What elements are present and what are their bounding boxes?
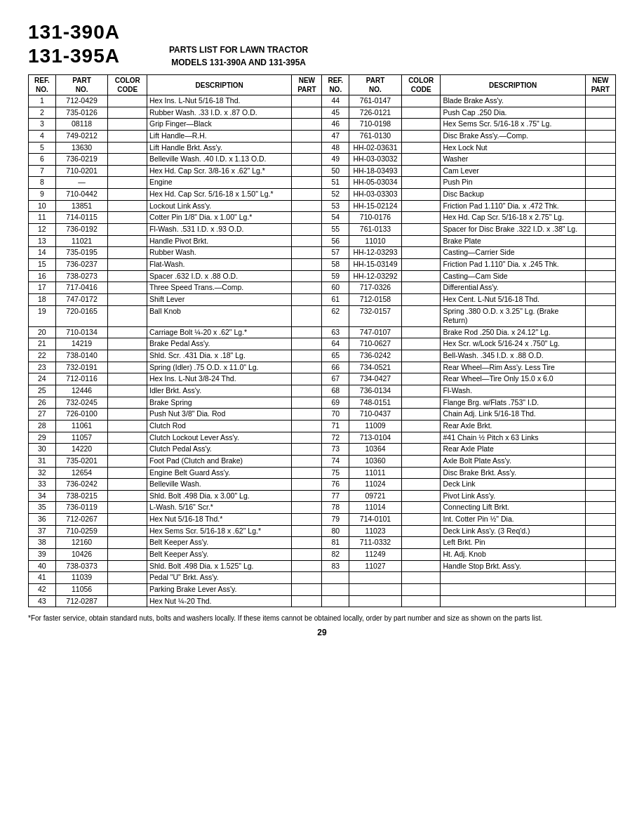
- table-row: 2811061Clutch Rod7111009Rear Axle Brkt.: [29, 420, 616, 432]
- table-row: 11714-0115Cotter Pin 1/8" Dia. x 1.00" L…: [29, 212, 616, 224]
- table-row: 3212654Engine Belt Guard Ass'y.7511011Di…: [29, 467, 616, 479]
- table-row: 22738-0140Shld. Scr. .431 Dia. x .18" Lg…: [29, 350, 616, 362]
- table-row: 12736-0192Fl-Wash. .531 I.D. x .93 O.D.5…: [29, 224, 616, 236]
- table-row: 1712-0429Hex Ins. L-Nut 5/16-18 Thd.4476…: [29, 95, 616, 107]
- table-row: 14735-0195Rubber Wash.57HH-12-03293Casti…: [29, 247, 616, 259]
- header-color-code: COLORCODE: [108, 75, 147, 95]
- header-color-code2: COLORCODE: [401, 75, 441, 95]
- table-row: 4211056Parking Brake Lever Ass'y.: [29, 583, 616, 595]
- table-row: 4111039Pedal "U" Brkt. Ass'y.: [29, 572, 616, 584]
- table-row: 308118Grip Finger—Black46710-0198Hex Sem…: [29, 119, 616, 131]
- table-row: 33736-0242Belleville Wash.7611024Deck Li…: [29, 479, 616, 491]
- header-ref-no2: REF.NO.: [322, 75, 349, 95]
- table-row: 31735-0201Foot Pad (Clutch and Brake)741…: [29, 455, 616, 467]
- table-row: 1311021Handle Pivot Brkt.5611010Brake Pl…: [29, 235, 616, 247]
- table-row: 34738-0215Shld. Bolt .498 Dia. x 3.00" L…: [29, 490, 616, 502]
- header-new-part: NEWPART: [292, 75, 322, 95]
- header-description2: DESCRIPTION: [441, 75, 585, 95]
- parts-list-title: PARTS LIST FOR LAWN TRACTOR MODELS 131-3…: [169, 44, 308, 69]
- table-row: 19720-0165Ball Knob62732-0157Spring .380…: [29, 305, 616, 326]
- table-row: 3812160Belt Keeper Ass'y.81711-0332Left …: [29, 537, 616, 549]
- table-row: 40738-0373Shld. Bolt .498 Dia. x 1.525" …: [29, 560, 616, 572]
- table-row: 3910426Belt Keeper Ass'y.8211249Ht. Adj.…: [29, 548, 616, 560]
- table-row: 9710-0442Hex Hd. Cap Scr. 5/16-18 x 1.50…: [29, 189, 616, 201]
- table-row: 2911057Clutch Lockout Lever Ass'y.72713-…: [29, 432, 616, 444]
- table-row: 17717-0416Three Speed Trans.—Comp.60717-…: [29, 282, 616, 294]
- table-row: 36712-0267Hex Nut 5/16-18 Thd.*79714-010…: [29, 514, 616, 526]
- table-row: 6736-0219Belleville Wash. .40 I.D. x 1.1…: [29, 154, 616, 166]
- table-row: 20710-0134Carriage Bolt ¼-20 x .62" Lg.*…: [29, 326, 616, 338]
- table-row: 8—Engine51HH-05-03034Push Pin: [29, 177, 616, 189]
- table-row: 43712-0287Hex Nut ¼-20 Thd.: [29, 595, 616, 607]
- header-description: DESCRIPTION: [147, 75, 292, 95]
- table-row: 18747-0172Shift Lever61712-0158Hex Cent.…: [29, 293, 616, 305]
- footer-note: *For faster service, obtain standard nut…: [28, 614, 616, 622]
- table-row: 37710-0259Hex Sems Scr. 5/16-18 x .62" L…: [29, 525, 616, 537]
- table-row: 27726-0100Push Nut 3/8" Dia. Rod70710-04…: [29, 409, 616, 421]
- table-row: 513630Lift Handle Brkt. Ass'y.48HH-02-03…: [29, 142, 616, 154]
- table-row: 2512446Idler Brkt. Ass'y.68736-0134Fl-Wa…: [29, 385, 616, 397]
- model-title-2: 131-395A: [28, 45, 120, 67]
- model-title-1: 131-390A: [28, 21, 308, 44]
- header-new-part2: NEWPART: [585, 75, 615, 95]
- header-ref-no: REF.NO.: [29, 75, 56, 95]
- parts-table: REF.NO. PARTNO. COLORCODE DESCRIPTION NE…: [28, 74, 616, 607]
- header-part-no2: PARTNO.: [349, 75, 402, 95]
- table-row: 2735-0126Rubber Wash. .33 I.D. x .87 O.D…: [29, 107, 616, 119]
- table-row: 7710-0201Hex Hd. Cap Scr. 3/8-16 x .62" …: [29, 165, 616, 177]
- table-row: 26732-0245Brake Spring69748-0151Flange B…: [29, 397, 616, 409]
- table-row: 23732-0191Spring (Idler) .75 O.D. x 11.0…: [29, 362, 616, 373]
- header-part-no: PARTNO.: [55, 75, 108, 95]
- table-row: 4749-0212Lift Handle—R.H.47761-0130Disc …: [29, 130, 616, 142]
- title-section: 131-390A 131-395A PARTS LIST FOR LAWN TR…: [28, 21, 616, 69]
- page-number: 29: [28, 628, 616, 637]
- table-row: 1013851Lockout Link Ass'y.53HH-15-02124F…: [29, 200, 616, 212]
- table-row: 15736-0237Flat-Wash.58HH-15-03149Frictio…: [29, 258, 616, 270]
- table-row: 24712-0116Hex Ins. L-Nut 3/8-24 Thd.6773…: [29, 373, 616, 385]
- table-row: 35736-0119L-Wash. 5/16" Scr.*7811014Conn…: [29, 502, 616, 514]
- table-row: 3014220Clutch Pedal Ass'y.7310364Rear Ax…: [29, 444, 616, 456]
- table-row: 16738-0273Spacer .632 I.D. x .88 O.D.59H…: [29, 270, 616, 282]
- table-row: 2114219Brake Pedal Ass'y.64710-0627Hex S…: [29, 338, 616, 350]
